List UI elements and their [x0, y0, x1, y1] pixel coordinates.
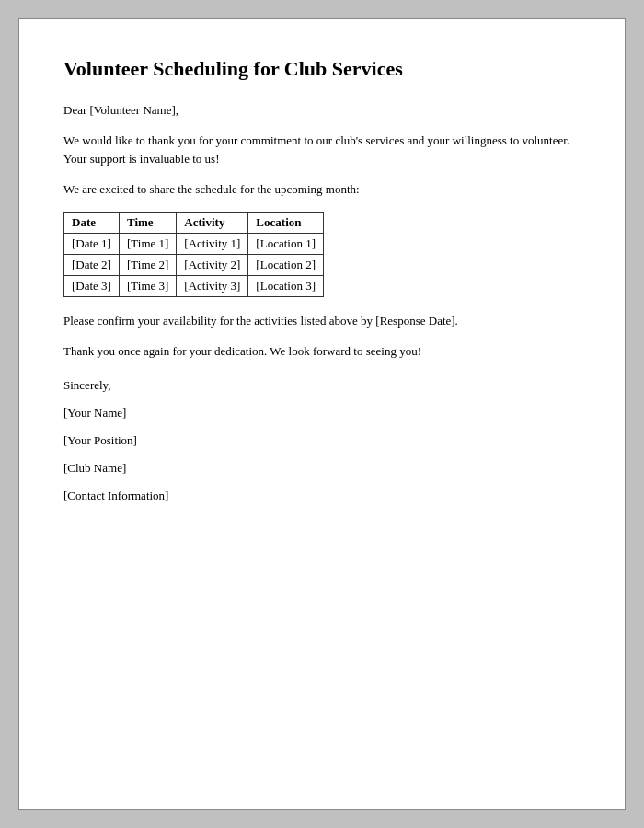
- sig-name: [Your Name]: [63, 401, 581, 425]
- paragraph-2: We are excited to share the schedule for…: [63, 180, 581, 199]
- closing: Sincerely,: [63, 374, 581, 397]
- sig-club: [Club Name]: [63, 456, 581, 480]
- signature-block: Sincerely, [Your Name] [Your Position] […: [63, 374, 581, 508]
- sig-contact: [Contact Information]: [63, 484, 581, 508]
- table-header-row: Date Time Activity Location: [64, 212, 324, 233]
- col-header-time: Time: [119, 212, 176, 233]
- table-row: [Date 2][Time 2][Activity 2][Location 2]: [64, 254, 324, 275]
- table-cell-1-3: [Location 2]: [248, 254, 324, 275]
- paragraph-3: Please confirm your availability for the…: [63, 312, 581, 330]
- greeting: Dear [Volunteer Name],: [63, 101, 581, 120]
- table-row: [Date 3][Time 3][Activity 3][Location 3]: [64, 275, 324, 296]
- table-cell-2-0: [Date 3]: [64, 275, 120, 296]
- schedule-table: Date Time Activity Location [Date 1][Tim…: [63, 212, 324, 297]
- sig-position: [Your Position]: [63, 429, 581, 453]
- table-cell-2-3: [Location 3]: [248, 275, 324, 296]
- paragraph-4: Thank you once again for your dedication…: [63, 342, 581, 361]
- letter-page: Volunteer Scheduling for Club Services D…: [18, 18, 626, 810]
- table-cell-0-3: [Location 1]: [248, 233, 324, 254]
- table-cell-0-2: [Activity 1]: [177, 233, 248, 254]
- table-cell-0-1: [Time 1]: [119, 233, 176, 254]
- table-cell-1-1: [Time 2]: [119, 254, 176, 275]
- col-header-date: Date: [64, 212, 120, 233]
- col-header-location: Location: [248, 212, 324, 233]
- table-row: [Date 1][Time 1][Activity 1][Location 1]: [64, 233, 324, 254]
- table-cell-2-1: [Time 3]: [119, 275, 176, 296]
- table-cell-1-0: [Date 2]: [64, 254, 120, 275]
- paragraph-1: We would like to thank you for your comm…: [63, 132, 581, 167]
- table-cell-2-2: [Activity 3]: [177, 275, 248, 296]
- table-cell-0-0: [Date 1]: [64, 233, 120, 254]
- table-cell-1-2: [Activity 2]: [177, 254, 248, 275]
- col-header-activity: Activity: [177, 212, 248, 233]
- page-title: Volunteer Scheduling for Club Services: [63, 56, 581, 83]
